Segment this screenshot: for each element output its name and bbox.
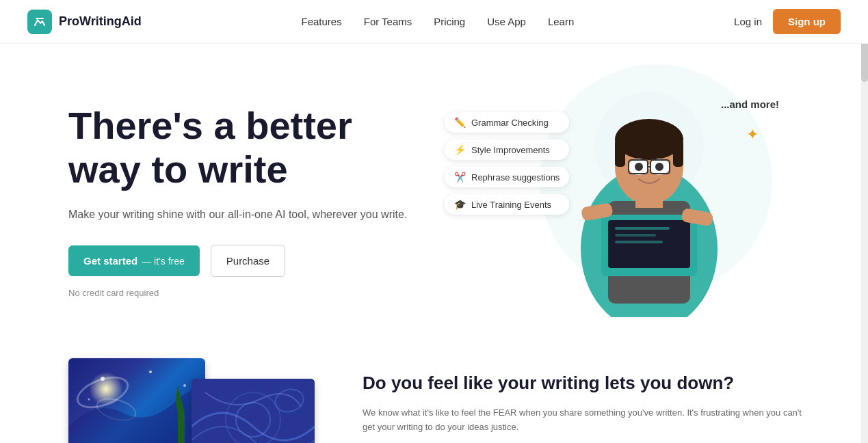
hero-title-line1: There's a better (68, 104, 352, 147)
training-icon: 🎓 (454, 199, 466, 210)
free-tag: — it's free (142, 256, 185, 267)
login-button[interactable]: Log in (734, 16, 762, 27)
grammar-icon: ✏️ (454, 117, 466, 128)
section-title: Do you feel like your writing lets you d… (363, 372, 813, 395)
get-started-label: Get started (83, 255, 137, 267)
pill-style: ⚡ Style Improvements (445, 139, 569, 160)
nav-for-teams[interactable]: For Teams (364, 16, 412, 27)
hero-illustration: ...and more! ✦ ✏️ Grammar Checking ⚡ Sty… (424, 85, 813, 317)
svg-rect-25 (192, 379, 315, 443)
section-description: We know what it's like to feel the FEAR … (363, 406, 813, 435)
pill-style-label: Style Improvements (471, 145, 550, 155)
svg-point-24 (88, 399, 90, 401)
svg-point-22 (149, 371, 152, 373)
hero-title: There's a better way to write (68, 104, 424, 192)
swirl-dark-bg (192, 379, 315, 443)
painting-front (192, 379, 315, 443)
svg-point-12 (635, 163, 643, 171)
pill-rephrase-label: Rephrase suggestions (471, 172, 560, 183)
logo-icon (27, 10, 52, 34)
svg-point-21 (101, 377, 105, 381)
pill-training-label: Live Training Events (471, 200, 551, 210)
starry-night-bg (68, 358, 205, 443)
bottom-section: My idea in my head Do you feel like your… (0, 345, 868, 443)
brand-name: ProWritingAid (59, 14, 142, 29)
feature-pills: ✏️ Grammar Checking ⚡ Style Improvements… (445, 112, 569, 215)
svg-rect-18 (615, 241, 663, 243)
logo[interactable]: ProWritingAid (27, 10, 142, 34)
hero-title-line2: way to write (68, 148, 288, 191)
hero-section: There's a better way to write Make your … (0, 44, 868, 345)
hero-left: There's a better way to write Make your … (68, 104, 424, 298)
svg-rect-17 (615, 234, 656, 237)
style-icon: ⚡ (454, 144, 466, 155)
signup-button[interactable]: Sign up (773, 9, 841, 34)
rephrase-icon: ✂️ (454, 172, 466, 183)
hero-subtitle: Make your writing shine with our all-in-… (68, 206, 424, 224)
nav-learn[interactable]: Learn (548, 16, 574, 27)
purchase-button[interactable]: Purchase (211, 245, 285, 277)
no-credit-card-text: No credit card required (68, 288, 424, 298)
painting-back (68, 358, 205, 443)
navbar-actions: Log in Sign up (734, 9, 841, 34)
person-illustration (567, 71, 731, 317)
pill-grammar-label: Grammar Checking (471, 118, 549, 128)
painting-stack: My idea in my head (68, 358, 301, 443)
navbar: ProWritingAid Features For Teams Pricing… (0, 0, 868, 44)
pill-rephrase: ✂️ Rephrase suggestions (445, 167, 569, 187)
nav-features[interactable]: Features (302, 16, 342, 27)
svg-rect-5 (615, 139, 625, 167)
bottom-right-text: Do you feel like your writing lets you d… (363, 358, 813, 434)
nav-pricing[interactable]: Pricing (434, 16, 465, 27)
svg-point-23 (183, 384, 186, 387)
svg-point-13 (655, 163, 663, 171)
nav-links: Features For Teams Pricing Use App Learn (302, 16, 575, 27)
svg-rect-6 (673, 139, 683, 167)
pill-training: 🎓 Live Training Events (445, 194, 569, 215)
nav-use-app[interactable]: Use App (487, 16, 526, 27)
sparkle-icon: ✦ (746, 126, 759, 144)
pill-grammar: ✏️ Grammar Checking (445, 112, 569, 133)
paintings-area: My idea in my head (68, 358, 308, 443)
svg-rect-16 (615, 227, 670, 230)
get-started-button[interactable]: Get started — it's free (68, 245, 200, 276)
hero-buttons: Get started — it's free Purchase (68, 245, 424, 277)
